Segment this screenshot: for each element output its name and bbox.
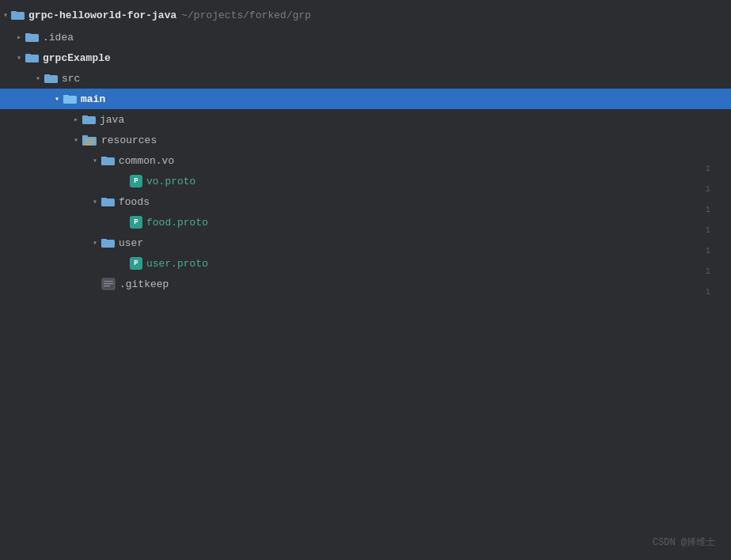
svg-rect-9 bbox=[63, 95, 69, 97]
label-grpcexample: grpcExample bbox=[43, 52, 111, 64]
tree-item-grpcexample[interactable]: grpcExample bbox=[0, 47, 731, 68]
label-food-proto: food.proto bbox=[146, 217, 208, 229]
label-user-proto: user.proto bbox=[146, 258, 208, 270]
tree-item-vo-proto[interactable]: P vo.proto bbox=[0, 171, 731, 191]
svg-rect-16 bbox=[85, 144, 91, 146]
chevron-foods bbox=[89, 195, 101, 208]
label-user: user bbox=[119, 237, 143, 249]
chevron-common-vo bbox=[89, 154, 101, 167]
label-foods: foods bbox=[119, 196, 150, 208]
tree-item-foods[interactable]: foods bbox=[0, 191, 731, 212]
svg-rect-25 bbox=[104, 283, 113, 284]
chevron-user bbox=[89, 236, 101, 249]
tree-item-resources[interactable]: resources bbox=[0, 130, 731, 150]
svg-rect-14 bbox=[85, 139, 94, 141]
svg-rect-5 bbox=[25, 54, 31, 56]
chevron-src bbox=[32, 72, 44, 85]
folder-icon-idea bbox=[25, 32, 39, 43]
svg-rect-1 bbox=[11, 11, 17, 13]
tree-item-user-proto[interactable]: P user.proto bbox=[0, 253, 731, 274]
label-vo-proto: vo.proto bbox=[146, 176, 195, 187]
svg-rect-26 bbox=[104, 286, 110, 286]
svg-rect-13 bbox=[82, 135, 88, 138]
tree-item-gitkeep[interactable]: .gitkeep bbox=[0, 274, 731, 294]
svg-rect-11 bbox=[82, 115, 88, 118]
tree-item-src[interactable]: src bbox=[0, 68, 731, 89]
folder-icon-resources bbox=[82, 134, 98, 146]
tree-item-user[interactable]: user bbox=[0, 233, 731, 253]
label-idea: .idea bbox=[43, 32, 74, 44]
chevron-grpcexample bbox=[13, 51, 25, 64]
line-num-6: 1 bbox=[705, 261, 715, 282]
label-common-vo: common.vo bbox=[119, 155, 174, 167]
folder-icon-foods bbox=[101, 196, 115, 207]
svg-rect-24 bbox=[104, 281, 113, 282]
label-resources: resources bbox=[101, 134, 157, 146]
chevron-java bbox=[70, 113, 82, 126]
project-path: ~/projects/forked/grp bbox=[181, 9, 311, 21]
label-src: src bbox=[62, 73, 80, 85]
project-name: grpc-helloworld-for-java bbox=[28, 9, 176, 21]
line-num-2: 1 bbox=[705, 179, 715, 199]
chevron-idea bbox=[13, 31, 25, 44]
folder-icon-main bbox=[63, 93, 77, 104]
proto-icon-user: P bbox=[130, 257, 142, 270]
root-chevron: ▾ bbox=[3, 10, 8, 20]
svg-rect-20 bbox=[101, 198, 107, 200]
chevron-resources bbox=[70, 134, 82, 146]
tree-item-idea[interactable]: .idea bbox=[0, 27, 731, 47]
label-main: main bbox=[81, 93, 105, 105]
chevron-main bbox=[51, 93, 63, 105]
svg-rect-15 bbox=[85, 142, 94, 143]
label-java: java bbox=[100, 114, 124, 126]
line-num-3: 1 bbox=[705, 199, 715, 220]
folder-icon-grpcexample bbox=[25, 52, 39, 63]
folder-icon-src bbox=[44, 73, 58, 84]
tree-item-java[interactable]: java bbox=[0, 109, 731, 130]
proto-icon-vo: P bbox=[130, 175, 142, 187]
tree-item-main[interactable]: main bbox=[0, 89, 731, 109]
line-numbers: 1 1 1 1 1 1 1 bbox=[705, 158, 715, 302]
svg-rect-3 bbox=[25, 33, 31, 36]
line-num-4: 1 bbox=[705, 220, 715, 240]
label-gitkeep: .gitkeep bbox=[119, 278, 169, 290]
line-num-5: 1 bbox=[705, 240, 715, 261]
svg-rect-18 bbox=[101, 157, 107, 159]
line-num-1: 1 bbox=[705, 158, 715, 179]
tree-item-food-proto[interactable]: P food.proto bbox=[0, 212, 731, 233]
watermark: CSDN @择维士 bbox=[653, 535, 715, 549]
line-num-7: 1 bbox=[705, 282, 715, 302]
gitkeep-icon bbox=[101, 278, 116, 290]
folder-icon-common-vo bbox=[101, 155, 115, 166]
svg-rect-22 bbox=[101, 239, 107, 241]
folder-icon-user bbox=[101, 237, 115, 248]
tree-item-common-vo[interactable]: common.vo bbox=[0, 150, 731, 171]
proto-icon-food: P bbox=[130, 216, 142, 229]
project-root[interactable]: ▾ grpc-helloworld-for-java ~/projects/fo… bbox=[0, 3, 731, 27]
folder-icon-java bbox=[82, 114, 96, 125]
root-folder-icon bbox=[11, 9, 25, 21]
svg-rect-7 bbox=[44, 74, 50, 77]
